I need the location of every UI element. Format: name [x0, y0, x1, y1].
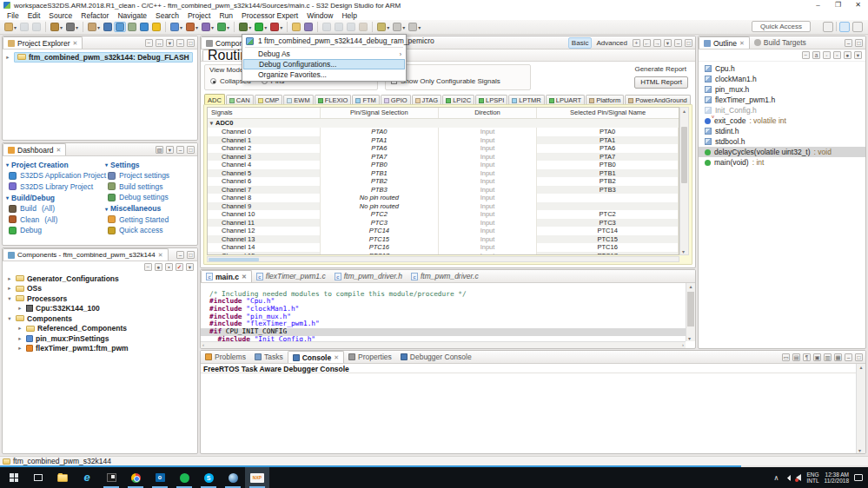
- external-tools-button[interactable]: ▾: [200, 22, 215, 32]
- tree-item-ftm-combined-pwm-s32k144-debug-flash[interactable]: ▸ftm_combined_pwm_s32k144: Debug_FLASH: [4, 52, 195, 63]
- pin-selection-cell[interactable]: PTC15: [321, 235, 439, 244]
- tab-components[interactable]: Components - ftm_combined_pwm_s32k144 ✕: [3, 248, 169, 260]
- menu-item-1-ftm-combined-pwm-s32k144-debug-ram-pemicro[interactable]: 1 ftm_combined_pwm_s32k144_debug_ram_pem…: [243, 36, 405, 46]
- cpp-perspective-icon[interactable]: [839, 22, 850, 32]
- collapse-triangle-icon[interactable]: ▾: [6, 195, 9, 201]
- outline-item-delaycycles-volatile-uint32-t[interactable]: delayCycles(volatile uint32_t) : void: [699, 147, 865, 157]
- menu-project[interactable]: Project: [183, 11, 215, 20]
- pin-selection-cell[interactable]: PTC16: [321, 243, 439, 252]
- menu-processor-expert[interactable]: Processor Expert: [237, 11, 302, 20]
- table-row[interactable]: Channel 15PTC17InputPTC17: [208, 252, 679, 256]
- outline-item-stdint-h[interactable]: stdint.h: [699, 126, 865, 136]
- start-button[interactable]: [2, 467, 26, 488]
- hidden-icons-button[interactable]: ∧: [774, 474, 779, 482]
- editor-tab-ftm-pwm-driver-c[interactable]: cftm_pwm_driver.c: [407, 270, 483, 282]
- undo-button[interactable]: ▾: [49, 22, 64, 32]
- console-tab-properties[interactable]: Properties: [344, 351, 396, 363]
- table-row[interactable]: Channel 0PTA0InputPTA0: [208, 128, 679, 136]
- scroll-down-icon[interactable]: ▾: [858, 447, 861, 453]
- scroll-down-icon[interactable]: ▾: [682, 248, 685, 254]
- table-row[interactable]: Channel 6PTB2InputPTB2: [208, 177, 679, 186]
- table-row[interactable]: Channel 1PTA1InputPTA1: [208, 136, 679, 145]
- network-icon[interactable]: [784, 475, 791, 481]
- editor-tab-flextimer-pwm1-c[interactable]: cflexTimer_pwm1.c: [252, 270, 330, 282]
- outline-item-cpu-h[interactable]: Cpu.h: [699, 63, 865, 74]
- outline-item-init-config-h[interactable]: Init_Config.h: [699, 105, 865, 115]
- tree-item-referenced-components[interactable]: ▸Referenced_Components: [4, 324, 195, 334]
- maximize-icon[interactable]: □: [187, 146, 195, 154]
- pin-selection-cell[interactable]: PTA7: [321, 153, 439, 162]
- hide-non-public-icon[interactable]: ●: [844, 51, 851, 59]
- outlook-button[interactable]: o: [148, 467, 172, 488]
- dashboard-link-debug-settings[interactable]: Debug settings: [105, 192, 195, 203]
- pin-selection-cell[interactable]: PTA1: [321, 136, 439, 145]
- hide-fields-icon[interactable]: ◦: [823, 51, 831, 59]
- dashboard-link-build-settings[interactable]: Build settings: [105, 181, 195, 193]
- section-miscellaneous[interactable]: ▾Miscellaneous: [105, 203, 195, 214]
- link-with-editor-icon[interactable]: ↔: [156, 39, 163, 47]
- debug-perspective-icon[interactable]: [852, 22, 863, 32]
- expand-icon[interactable]: ▸: [17, 335, 23, 342]
- close-icon[interactable]: ✕: [56, 147, 62, 154]
- volume-muted-icon[interactable]: [796, 474, 801, 481]
- generate-code-icon[interactable]: ●: [155, 263, 162, 271]
- lock-console-icon[interactable]: ▤: [792, 353, 800, 361]
- scrollbar-thumb[interactable]: [681, 127, 687, 183]
- display-console-icon[interactable]: ▥: [824, 353, 832, 361]
- table-row[interactable]: Channel 8No pin routedInput: [208, 194, 679, 202]
- pin-selection-cell[interactable]: PTA0: [321, 128, 439, 136]
- language-indicator[interactable]: ENG INTL: [806, 472, 818, 484]
- outline-item-stdbool-h[interactable]: stdbool.h: [699, 136, 865, 147]
- table-row[interactable]: Channel 14PTC16InputPTC16: [208, 243, 679, 252]
- collapse-all-icon[interactable]: −: [802, 51, 810, 59]
- close-icon[interactable]: ✕: [158, 252, 163, 259]
- last-edit-button[interactable]: ▾: [375, 22, 391, 32]
- table-vertical-scrollbar[interactable]: ▴▾: [679, 107, 689, 255]
- dashboard-link-clean[interactable]: Clean(All): [6, 214, 100, 226]
- collapse-triangle-icon[interactable]: ▾: [105, 162, 108, 168]
- console-tab-tasks[interactable]: Tasks: [250, 351, 288, 363]
- table-row[interactable]: Channel 3PTA7InputPTA7: [208, 153, 679, 162]
- internet-explorer-button[interactable]: e: [75, 467, 99, 488]
- column-header-selected-pin-signal-name[interactable]: Selected Pin/Signal Name: [537, 108, 679, 118]
- build-button[interactable]: ▾: [64, 22, 80, 32]
- validate-icon[interactable]: ✓: [176, 263, 183, 271]
- collapse-all-icon[interactable]: −: [144, 263, 152, 271]
- close-icon[interactable]: ✕: [242, 274, 247, 280]
- menu-item-debug-as[interactable]: Debug As›: [243, 49, 405, 59]
- sort-icon[interactable]: a: [812, 51, 820, 59]
- editor-tab-ftm-pwm-driver-h[interactable]: cftm_pwm_driver.h: [330, 270, 407, 282]
- lightning-button[interactable]: [150, 22, 162, 32]
- menu-refactor[interactable]: Refactor: [76, 11, 113, 20]
- table-row[interactable]: Channel 2PTA6InputPTA6: [208, 144, 679, 153]
- table-row[interactable]: Channel 5PTB1InputPTB1: [208, 169, 679, 178]
- menu-window[interactable]: Window: [302, 11, 337, 20]
- editor-vertical-scrollbar[interactable]: ▴▾: [686, 283, 695, 341]
- table-row[interactable]: Channel 7PTB3InputPTB3: [208, 186, 679, 195]
- dashboard-link-s32ds-library-project[interactable]: S32DS Library Project: [6, 181, 100, 193]
- menu-navigate[interactable]: Navigate: [113, 11, 151, 20]
- new-source-button[interactable]: ▾: [86, 22, 102, 32]
- quick-access-button[interactable]: Quick Access: [752, 21, 811, 32]
- open-perspective-icon[interactable]: [823, 22, 833, 32]
- tree-item-pin-mux-pinsettings[interactable]: ▸pin_mux:PinSettings: [4, 333, 195, 344]
- dashboard-link-quick-access[interactable]: Quick access: [105, 225, 195, 236]
- table-row[interactable]: Channel 12PTC14InputPTC14: [208, 227, 679, 235]
- expand-icon[interactable]: ▸: [17, 305, 23, 312]
- column-header-signals[interactable]: Signals: [208, 108, 321, 118]
- minimize-icon[interactable]: –: [176, 251, 184, 259]
- toggle-comment-button[interactable]: [333, 22, 345, 32]
- outline-item-exit-code[interactable]: exit_code : volatile int: [699, 115, 865, 126]
- menu-run[interactable]: Run: [215, 11, 237, 20]
- table-horizontal-scrollbar[interactable]: [207, 256, 679, 262]
- mark-occurrences-button[interactable]: [321, 22, 333, 32]
- advanced-toggle[interactable]: Advanced: [593, 38, 630, 48]
- refresh-button[interactable]: [126, 22, 138, 32]
- view-menu-icon[interactable]: ▾: [854, 51, 862, 59]
- hide-static-icon[interactable]: ▫: [833, 51, 841, 59]
- dashboard-link-getting-started[interactable]: Getting Started: [105, 214, 195, 226]
- collapse-all-icon[interactable]: −: [145, 39, 153, 47]
- maximize-icon[interactable]: □: [187, 251, 195, 259]
- debug-button[interactable]: ▾: [237, 22, 253, 32]
- maximize-button[interactable]: ❐: [828, 0, 848, 10]
